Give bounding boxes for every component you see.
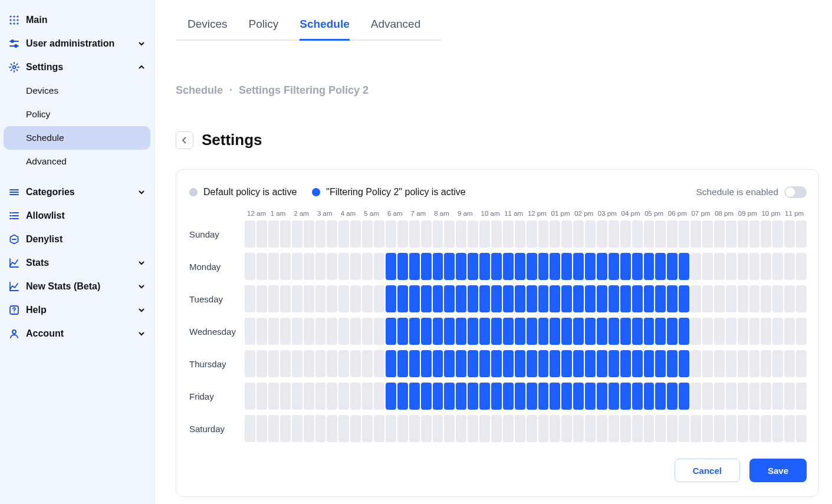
- schedule-slot[interactable]: [726, 318, 736, 345]
- schedule-slot[interactable]: [761, 253, 771, 280]
- schedule-slot[interactable]: [280, 318, 291, 345]
- schedule-slot[interactable]: [796, 253, 807, 280]
- schedule-slot[interactable]: [667, 415, 678, 442]
- schedule-slot[interactable]: [362, 383, 373, 410]
- schedule-slot[interactable]: [503, 220, 514, 248]
- schedule-slot[interactable]: [397, 220, 408, 248]
- schedule-slot[interactable]: [292, 220, 302, 248]
- sidebar-item-main[interactable]: Main: [0, 8, 154, 32]
- schedule-slot[interactable]: [468, 285, 478, 312]
- schedule-slot[interactable]: [749, 285, 760, 312]
- schedule-slot[interactable]: [491, 318, 502, 345]
- schedule-slot[interactable]: [573, 220, 584, 248]
- schedule-slot[interactable]: [561, 415, 572, 442]
- schedule-slot[interactable]: [409, 253, 420, 280]
- schedule-slot[interactable]: [374, 285, 384, 312]
- schedule-slot[interactable]: [796, 383, 807, 410]
- sidebar-item-settings[interactable]: Settings: [0, 55, 154, 79]
- schedule-slot[interactable]: [597, 383, 607, 410]
- schedule-slot[interactable]: [667, 383, 678, 410]
- schedule-slot[interactable]: [421, 383, 432, 410]
- schedule-slot[interactable]: [702, 318, 713, 345]
- schedule-slot[interactable]: [327, 383, 337, 410]
- schedule-slot[interactable]: [315, 220, 326, 248]
- schedule-slot[interactable]: [550, 383, 560, 410]
- schedule-slot[interactable]: [409, 318, 420, 345]
- schedule-slot[interactable]: [515, 285, 525, 312]
- schedule-slot[interactable]: [632, 220, 643, 248]
- schedule-slot[interactable]: [268, 415, 279, 442]
- schedule-slot[interactable]: [550, 415, 560, 442]
- schedule-slot[interactable]: [315, 350, 326, 377]
- schedule-slot[interactable]: [315, 415, 326, 442]
- schedule-slot[interactable]: [386, 350, 396, 377]
- schedule-slot[interactable]: [561, 253, 572, 280]
- schedule-slot[interactable]: [386, 285, 396, 312]
- schedule-slot[interactable]: [315, 285, 326, 312]
- schedule-slot[interactable]: [784, 220, 795, 248]
- schedule-slot[interactable]: [527, 220, 537, 248]
- schedule-slot[interactable]: [315, 383, 326, 410]
- schedule-slot[interactable]: [620, 318, 631, 345]
- schedule-slot[interactable]: [456, 285, 466, 312]
- schedule-slot[interactable]: [515, 253, 525, 280]
- schedule-slot[interactable]: [292, 415, 302, 442]
- schedule-slot[interactable]: [433, 350, 443, 377]
- schedule-slot[interactable]: [503, 415, 514, 442]
- schedule-slot[interactable]: [667, 253, 678, 280]
- sidebar-item-stats[interactable]: Stats: [0, 251, 154, 275]
- schedule-slot[interactable]: [268, 285, 279, 312]
- schedule-slot[interactable]: [433, 285, 443, 312]
- sidebar-subitem-devices[interactable]: Devices: [0, 79, 154, 103]
- schedule-slot[interactable]: [456, 318, 466, 345]
- schedule-slot[interactable]: [268, 253, 279, 280]
- schedule-slot[interactable]: [280, 220, 291, 248]
- schedule-slot[interactable]: [386, 318, 396, 345]
- schedule-slot[interactable]: [738, 220, 748, 248]
- sidebar-item-account[interactable]: Account: [0, 322, 154, 345]
- schedule-slot[interactable]: [667, 220, 678, 248]
- schedule-slot[interactable]: [468, 350, 478, 377]
- schedule-slot[interactable]: [738, 383, 748, 410]
- schedule-slot[interactable]: [292, 383, 302, 410]
- schedule-slot[interactable]: [456, 415, 466, 442]
- schedule-slot[interactable]: [702, 415, 713, 442]
- schedule-slot[interactable]: [409, 285, 420, 312]
- schedule-slot[interactable]: [350, 318, 361, 345]
- schedule-slot[interactable]: [256, 318, 267, 345]
- sidebar-item-help[interactable]: Help: [0, 298, 154, 322]
- schedule-slot[interactable]: [538, 350, 549, 377]
- sidebar-item-categories[interactable]: Categories: [0, 180, 154, 204]
- tab-devices[interactable]: Devices: [188, 13, 228, 41]
- schedule-slot[interactable]: [690, 285, 701, 312]
- schedule-slot[interactable]: [609, 415, 619, 442]
- schedule-slot[interactable]: [644, 220, 655, 248]
- schedule-slot[interactable]: [561, 350, 572, 377]
- schedule-slot[interactable]: [421, 220, 432, 248]
- schedule-slot[interactable]: [374, 220, 384, 248]
- schedule-slot[interactable]: [327, 350, 337, 377]
- schedule-slot[interactable]: [350, 220, 361, 248]
- schedule-slot[interactable]: [245, 350, 255, 377]
- schedule-slot[interactable]: [620, 383, 631, 410]
- schedule-slot[interactable]: [245, 383, 255, 410]
- schedule-slot[interactable]: [421, 415, 432, 442]
- schedule-slot[interactable]: [280, 285, 291, 312]
- schedule-slot[interactable]: [690, 220, 701, 248]
- schedule-slot[interactable]: [245, 318, 255, 345]
- schedule-slot[interactable]: [714, 350, 725, 377]
- schedule-slot[interactable]: [702, 253, 713, 280]
- schedule-slot[interactable]: [409, 350, 420, 377]
- schedule-slot[interactable]: [280, 383, 291, 410]
- schedule-slot[interactable]: [292, 253, 302, 280]
- schedule-slot[interactable]: [397, 350, 408, 377]
- schedule-slot[interactable]: [749, 318, 760, 345]
- schedule-slot[interactable]: [292, 350, 302, 377]
- schedule-slot[interactable]: [338, 350, 349, 377]
- schedule-slot[interactable]: [362, 415, 373, 442]
- schedule-slot[interactable]: [362, 318, 373, 345]
- schedule-slot[interactable]: [256, 350, 267, 377]
- schedule-slot[interactable]: [679, 318, 689, 345]
- schedule-slot[interactable]: [749, 383, 760, 410]
- schedule-slot[interactable]: [338, 383, 349, 410]
